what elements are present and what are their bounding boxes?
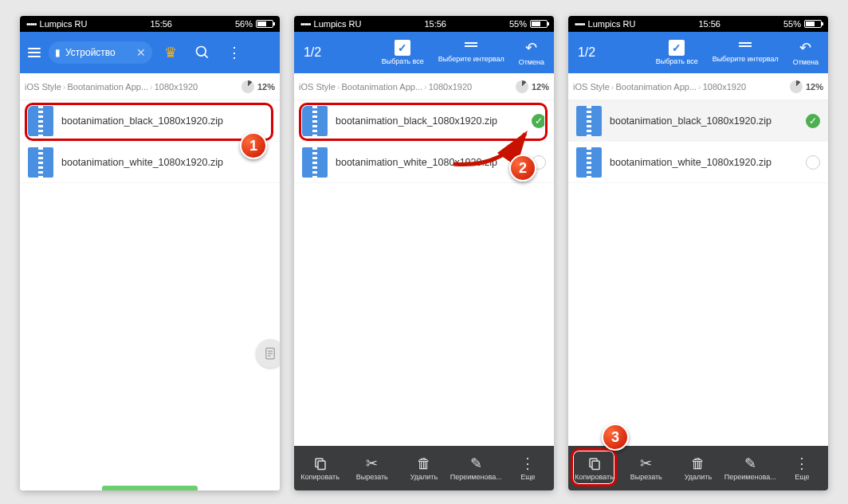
- chevron-right-icon: ›: [337, 82, 340, 92]
- tutorial-step-badge: 1: [240, 132, 267, 159]
- breadcrumb-item[interactable]: iOS Style: [25, 82, 61, 92]
- file-list: bootanimation_black_1080x1920.zip ✓ boot…: [294, 100, 554, 446]
- zip-file-icon: [302, 106, 328, 136]
- more-button[interactable]: ⋮Еще: [776, 446, 828, 490]
- undo-icon: ↶: [525, 39, 537, 57]
- status-bar: Lumpics RU 15:56 56%: [20, 16, 280, 32]
- select-range-button[interactable]: Выберите интервал: [708, 42, 783, 63]
- selection-count: 1/2: [299, 39, 326, 66]
- breadcrumb-item[interactable]: Bootanimation App...: [616, 82, 697, 92]
- home-indicator: [102, 486, 198, 490]
- select-all-button[interactable]: ✓ Выбрать все: [377, 40, 429, 65]
- clipboard-fab[interactable]: [256, 339, 280, 368]
- location-chip[interactable]: ▮ Устройство ✕: [49, 41, 152, 64]
- breadcrumb-item[interactable]: 1080x1920: [429, 82, 472, 92]
- pencil-icon: ✎: [470, 455, 482, 471]
- file-list: bootanimation_black_1080x1920.zip bootan…: [20, 100, 280, 490]
- signal-dots-icon: [575, 19, 585, 29]
- breadcrumb-item[interactable]: iOS Style: [299, 82, 336, 92]
- unchecked-icon[interactable]: [806, 155, 820, 170]
- file-name: bootanimation_white_1080x1920.zip: [336, 157, 497, 168]
- swap-icon: [737, 42, 753, 53]
- copy-icon: [587, 455, 602, 471]
- copy-button[interactable]: Копировать: [294, 446, 346, 490]
- file-row[interactable]: bootanimation_black_1080x1920.zip ✓: [294, 100, 554, 142]
- phone-screen-1: Lumpics RU 15:56 56% ▮ Устройство ✕ ♛ ⋮ …: [20, 16, 280, 490]
- file-list: bootanimation_black_1080x1920.zip ✓ boot…: [568, 100, 828, 446]
- clock-label: 15:56: [150, 19, 172, 29]
- hamburger-menu-icon[interactable]: [25, 45, 44, 61]
- tutorial-step-badge: 3: [602, 424, 629, 451]
- storage-indicator[interactable]: 12%: [516, 80, 549, 93]
- cancel-button[interactable]: ↶ Отмена: [514, 39, 549, 66]
- svg-point-0: [197, 47, 206, 57]
- select-all-button[interactable]: ✓ Выбрать все: [651, 40, 703, 65]
- cut-button[interactable]: ✂Вырезать: [346, 446, 398, 490]
- checkbox-icon: ✓: [669, 40, 685, 56]
- action-bottom-bar: Копировать ✂Вырезать 🗑Удалить ✎Переимено…: [294, 446, 554, 490]
- file-name: bootanimation_black_1080x1920.zip: [336, 115, 497, 127]
- storage-indicator[interactable]: 12%: [790, 80, 823, 93]
- file-name: bootanimation_black_1080x1920.zip: [61, 115, 223, 127]
- crown-icon[interactable]: ♛: [157, 39, 184, 66]
- search-icon[interactable]: [189, 39, 216, 66]
- more-button[interactable]: ⋮Еще: [502, 446, 554, 490]
- more-vertical-icon: ⋮: [795, 455, 809, 471]
- trash-icon: 🗑: [417, 455, 431, 471]
- chip-label: Устройство: [65, 47, 116, 58]
- battery-icon: [804, 20, 822, 28]
- cut-button[interactable]: ✂Вырезать: [620, 446, 672, 490]
- action-bottom-bar: Копировать ✂Вырезать 🗑Удалить ✎Переимено…: [568, 446, 828, 490]
- battery-percent: 55%: [509, 19, 527, 29]
- rename-button[interactable]: ✎Переименова...: [450, 446, 502, 490]
- storage-indicator[interactable]: 12%: [241, 80, 275, 93]
- more-vertical-icon: ⋮: [520, 455, 535, 471]
- copy-button[interactable]: Копировать: [568, 446, 620, 490]
- close-icon[interactable]: ✕: [136, 46, 146, 59]
- battery-icon: [256, 20, 273, 28]
- file-name: bootanimation_white_1080x1920.zip: [61, 157, 223, 168]
- pie-icon: [516, 80, 528, 93]
- carrier-label: Lumpics RU: [314, 19, 362, 29]
- breadcrumb: iOS Style › Bootanimation App... › 1080x…: [20, 73, 280, 100]
- delete-button[interactable]: 🗑Удалить: [398, 446, 450, 490]
- breadcrumb-item[interactable]: 1080x1920: [155, 82, 198, 92]
- select-range-button[interactable]: Выберите интервал: [434, 42, 509, 63]
- checked-icon[interactable]: ✓: [806, 114, 820, 128]
- svg-rect-7: [318, 461, 325, 470]
- file-row[interactable]: bootanimation_black_1080x1920.zip ✓: [568, 100, 828, 142]
- cancel-button[interactable]: ↶ Отмена: [788, 39, 823, 66]
- file-row[interactable]: bootanimation_white_1080x1920.zip: [568, 142, 828, 183]
- trash-icon: 🗑: [691, 455, 705, 471]
- phone-screen-3: Lumpics RU 15:56 55% 1/2 ✓ Выбрать все В…: [568, 16, 828, 490]
- scissors-icon: ✂: [640, 455, 652, 471]
- chevron-right-icon: ›: [424, 82, 427, 92]
- pie-icon: [790, 80, 803, 93]
- breadcrumb-item[interactable]: Bootanimation App...: [68, 82, 149, 92]
- rename-button[interactable]: ✎Переименова...: [724, 446, 776, 490]
- chevron-right-icon: ›: [611, 82, 614, 92]
- clock-label: 15:56: [424, 19, 446, 29]
- zip-file-icon: [28, 147, 53, 178]
- zip-file-icon: [302, 147, 328, 178]
- breadcrumb: iOS Style › Bootanimation App... › 1080x…: [294, 73, 554, 100]
- battery-icon: [530, 20, 548, 28]
- breadcrumb: iOS Style › Bootanimation App... › 1080x…: [568, 73, 828, 100]
- breadcrumb-item[interactable]: iOS Style: [573, 82, 610, 92]
- file-row[interactable]: bootanimation_black_1080x1920.zip: [20, 100, 280, 142]
- more-vertical-icon[interactable]: ⋮: [221, 39, 248, 66]
- svg-rect-9: [592, 461, 599, 470]
- clock-label: 15:56: [698, 19, 720, 29]
- undo-icon: ↶: [799, 39, 811, 57]
- breadcrumb-item[interactable]: 1080x1920: [703, 82, 746, 92]
- phone-screen-2: Lumpics RU 15:56 55% 1/2 ✓ Выбрать все В…: [294, 16, 554, 490]
- checked-icon[interactable]: ✓: [532, 114, 546, 128]
- chevron-right-icon: ›: [63, 82, 66, 92]
- delete-button[interactable]: 🗑Удалить: [672, 446, 724, 490]
- zip-file-icon: [576, 147, 602, 178]
- breadcrumb-item[interactable]: Bootanimation App...: [342, 82, 423, 92]
- selection-toolbar: 1/2 ✓ Выбрать все Выберите интервал ↶ От…: [294, 32, 554, 73]
- bookmark-icon: ▮: [55, 47, 61, 58]
- file-name: bootanimation_black_1080x1920.zip: [610, 115, 771, 127]
- carrier-label: Lumpics RU: [588, 19, 636, 29]
